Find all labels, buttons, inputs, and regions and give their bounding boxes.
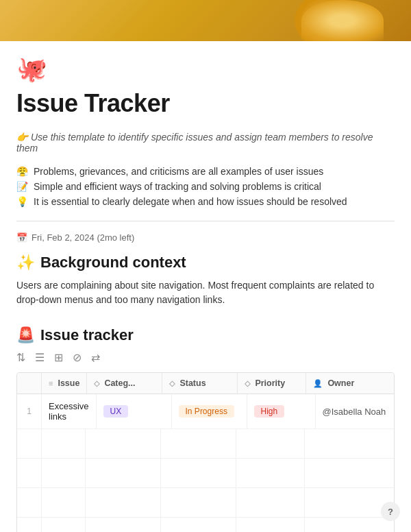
table-row-empty-3 — [17, 488, 394, 518]
empty-row-category — [86, 429, 161, 458]
col-issue-label: Issue — [58, 378, 79, 388]
bullet-text-0: Problems, grievances, and criticisms are… — [34, 166, 323, 177]
empty-row-status-3 — [161, 488, 236, 517]
help-button[interactable]: ? — [381, 502, 400, 521]
bullet-text-2: It is essential to clearly delegate when… — [34, 196, 347, 207]
row-num: 1 — [17, 394, 42, 428]
table-header: ≡ Issue ◇ Categ... ◇ Status ◇ Priority 👤 — [17, 373, 394, 394]
issue-table: ≡ Issue ◇ Categ... ◇ Status ◇ Priority 👤 — [16, 372, 395, 532]
empty-row-priority-3 — [236, 488, 305, 517]
col-category-label: Categ... — [104, 378, 135, 388]
owner-value: @Isabella Noah — [323, 407, 386, 417]
priority-badge: High — [254, 405, 285, 418]
template-note: 👉 Use this template to identify specific… — [16, 132, 395, 154]
row-category[interactable]: UX — [97, 394, 172, 428]
priority-col-icon: ◇ — [245, 379, 250, 388]
col-issue: ≡ Issue — [42, 373, 87, 394]
empty-row-owner — [305, 429, 394, 458]
empty-row-priority-2 — [236, 459, 305, 487]
col-owner: 👤 Owner — [306, 373, 395, 394]
empty-row-num-2 — [17, 459, 42, 487]
date-row: 📅 Fri, Feb 2, 2024 (2mo left) — [16, 232, 395, 243]
empty-row-status-2 — [161, 459, 236, 487]
sort-icon[interactable]: ⇅ — [16, 351, 25, 364]
bullet-icon-1: 📝 — [16, 181, 28, 192]
row-owner[interactable]: @Isabella Noah — [316, 394, 395, 428]
filter-icon[interactable]: ☰ — [35, 351, 45, 364]
bullet-text-1: Simple and efficient ways of tracking an… — [34, 181, 321, 192]
empty-row-category-3 — [86, 488, 161, 517]
col-category: ◇ Categ... — [87, 373, 162, 394]
siren-icon: 🚨 — [16, 326, 35, 344]
toolbar: ⇅ ☰ ⊞ ⊘ ⇄ — [16, 350, 395, 365]
tracker-heading-text: Issue tracker — [40, 326, 134, 344]
empty-row-priority-4 — [236, 518, 305, 532]
status-badge: In Progress — [179, 405, 234, 418]
col-owner-label: Owner — [327, 378, 354, 388]
status-col-icon: ◇ — [169, 379, 175, 388]
empty-row-issue-4 — [42, 518, 86, 532]
table-row-empty-4 — [17, 518, 394, 532]
empty-row-num-3 — [17, 488, 42, 517]
row-priority[interactable]: High — [247, 394, 316, 428]
empty-row-status-4 — [161, 518, 236, 532]
link-icon[interactable]: ⇄ — [91, 351, 100, 364]
empty-row-num — [17, 429, 42, 458]
app-icon: 🐙 — [16, 55, 395, 84]
issue-col-icon: ≡ — [49, 379, 53, 387]
divider — [16, 221, 395, 221]
calendar-icon: 📅 — [16, 232, 27, 243]
col-status-label: Status — [179, 378, 206, 388]
template-note-text: Use this template to identify specific i… — [16, 132, 373, 154]
empty-row-owner-2 — [305, 459, 394, 487]
col-status: ◇ Status — [162, 373, 238, 394]
row-issue[interactable]: Excessive links — [42, 394, 97, 428]
list-item: 📝 Simple and efficient ways of tracking … — [16, 181, 395, 192]
header-banner — [0, 0, 411, 41]
row-status[interactable]: In Progress — [172, 394, 247, 428]
date-text: Fri, Feb 2, 2024 (2mo left) — [32, 232, 134, 243]
background-heading: ✨ Background context — [16, 254, 395, 271]
col-priority: ◇ Priority — [238, 373, 306, 394]
bullet-icon-0: 😤 — [16, 166, 28, 177]
background-text: Users are complaining about site navigat… — [16, 278, 395, 307]
hide-icon[interactable]: ⊘ — [73, 351, 82, 364]
category-badge: UX — [103, 405, 129, 418]
template-note-icon: 👉 — [16, 132, 28, 143]
bullet-list: 😤 Problems, grievances, and criticisms a… — [16, 166, 395, 207]
category-col-icon: ◇ — [94, 379, 99, 388]
bullet-icon-2: 💡 — [16, 196, 28, 207]
empty-row-category-4 — [86, 518, 161, 532]
table-row-empty-1 — [17, 429, 394, 459]
empty-row-num-4 — [17, 518, 42, 532]
empty-row-status — [161, 429, 236, 458]
group-icon[interactable]: ⊞ — [54, 351, 63, 364]
col-num — [17, 373, 42, 394]
empty-row-issue-3 — [42, 488, 86, 517]
table-row-empty-2 — [17, 459, 394, 488]
sparkle-icon: ✨ — [16, 254, 35, 271]
tracker-section: 🚨 Issue tracker ⇅ ☰ ⊞ ⊘ ⇄ ≡ Issue ◇ Cate… — [16, 326, 395, 532]
empty-row-owner-4 — [305, 518, 394, 532]
empty-row-priority — [236, 429, 305, 458]
list-item: 😤 Problems, grievances, and criticisms a… — [16, 166, 395, 177]
empty-row-category-2 — [86, 459, 161, 487]
empty-row-issue — [42, 429, 86, 458]
empty-row-issue-2 — [42, 459, 86, 487]
col-priority-label: Priority — [255, 378, 285, 388]
owner-col-icon: 👤 — [313, 379, 323, 388]
list-item: 💡 It is essential to clearly delegate wh… — [16, 196, 395, 207]
page-title: Issue Tracker — [16, 89, 395, 118]
background-heading-text: Background context — [40, 254, 186, 271]
tracker-heading: 🚨 Issue tracker — [16, 326, 395, 344]
table-row: 1 Excessive links UX In Progress High @I… — [17, 394, 394, 429]
